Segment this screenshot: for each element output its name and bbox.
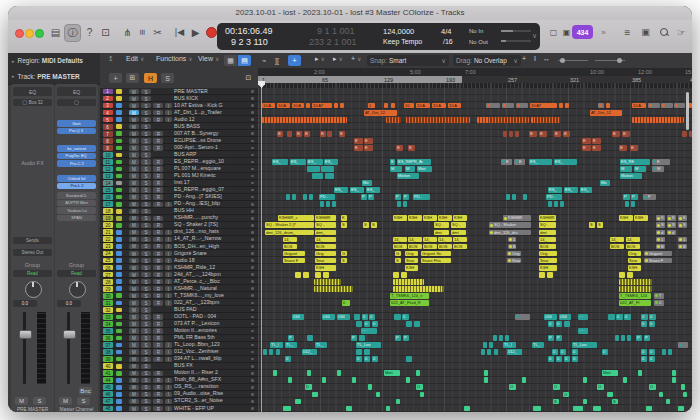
solo-button[interactable]: S [141, 187, 151, 192]
track-name[interactable]: BUS ARP [174, 151, 248, 157]
sends-label[interactable]: Sends [13, 237, 52, 244]
solo-button[interactable]: S [141, 399, 151, 404]
midi-region[interactable] [560, 201, 564, 207]
track-row[interactable]: 41MSRMotion II...- Riser 2 [100, 370, 258, 377]
mute-button[interactable]: M [129, 399, 139, 404]
plugin-slot[interactable]: ADPTR Metr [57, 200, 96, 207]
track-row[interactable]: 33MSROOTL - PAD - 004 [100, 313, 258, 320]
midi-region[interactable] [295, 272, 301, 278]
midi-region[interactable]: PD - [546, 194, 562, 200]
track-row[interactable]: 23MSRIBOS_DH...en_High [100, 243, 258, 250]
midi-region[interactable]: E [582, 145, 591, 151]
input-monitor-button[interactable]: I [165, 103, 172, 108]
midi-region[interactable] [683, 392, 687, 398]
midi-region[interactable]: BOS [283, 244, 297, 250]
midi-region[interactable]: 034 [559, 314, 571, 320]
track-name[interactable]: 10 AT Estiva - Kick G [174, 102, 248, 108]
midi-region[interactable]: M [405, 166, 415, 172]
midi-region[interactable]: dmt [451, 230, 466, 236]
volume-fader-track[interactable] [67, 312, 70, 384]
midi-region[interactable]: B [304, 131, 310, 137]
midi-region[interactable]: 0 [362, 314, 368, 320]
midi-region[interactable]: TL_Loo [572, 342, 597, 348]
midi-region[interactable]: T_TSMK6_124 [619, 293, 651, 299]
solo-button[interactable]: S [141, 342, 151, 347]
record-enable-button[interactable]: R [153, 279, 163, 284]
midi-region[interactable]: S [341, 222, 347, 228]
midi-region[interactable]: BOS [626, 244, 640, 250]
midi-region[interactable]: Mo [600, 180, 610, 186]
mute-button[interactable]: M [129, 307, 139, 312]
track-row[interactable]: 11MSRES_REPR...eggio_10 [100, 158, 258, 165]
midi-region[interactable]: P [368, 194, 374, 200]
track-name[interactable]: PL 007 M...ersquare [174, 165, 248, 171]
midi-region[interactable]: dmt_ [315, 230, 336, 236]
solo-button[interactable]: S [141, 307, 151, 312]
track-row[interactable]: 15MSRES_REPR...eggio_07 [100, 187, 258, 194]
solo-button[interactable]: S [141, 385, 151, 390]
midi-region[interactable] [312, 392, 318, 398]
mute-button[interactable]: M [129, 202, 139, 207]
midi-region[interactable] [619, 272, 625, 278]
midi-region[interactable]: PD - [413, 194, 430, 200]
midi-region[interactable]: O [649, 384, 656, 390]
midi-region[interactable]: S [363, 222, 369, 228]
midi-region[interactable] [376, 392, 380, 398]
hzoom-icon[interactable]: ↔ [543, 55, 550, 62]
midi-region[interactable] [672, 370, 676, 376]
track-row[interactable]: 16MSRPD - Ang...[7 SKIES] [100, 194, 258, 201]
solo-button[interactable]: S [141, 159, 151, 164]
midi-region[interactable]: 0 [649, 356, 655, 362]
track-zoom-icon[interactable]: ⊡ [242, 73, 255, 83]
input-slot[interactable]: ◯ [57, 99, 96, 106]
mute-button[interactable]: M [129, 265, 139, 270]
mute-button[interactable]: M [129, 406, 139, 411]
midi-region[interactable]: ES_ [272, 159, 288, 165]
midi-region[interactable]: d [656, 230, 665, 236]
midi-region[interactable] [502, 103, 514, 109]
plugin-slot[interactable]: SPAN [57, 215, 96, 222]
midi-region[interactable]: Mo [362, 180, 372, 186]
midi-region[interactable]: KSH [453, 215, 467, 221]
input-monitor-button[interactable]: I [165, 258, 172, 263]
midi-region[interactable] [283, 406, 291, 412]
midi-region[interactable]: SQ - [315, 222, 336, 228]
midi-region[interactable] [420, 392, 424, 398]
midi-region[interactable]: 0 [285, 356, 291, 362]
strip-mute-button[interactable]: M [59, 397, 72, 405]
track-row[interactable]: 22MSRI14_AT_R...-_Narrow [100, 236, 258, 243]
zoom-window-button[interactable] [35, 29, 44, 38]
midi-region[interactable]: ES_ [324, 159, 338, 165]
track-name[interactable]: BUS PAD [174, 306, 248, 312]
track-name[interactable]: PML FR Bass 5th [174, 335, 248, 341]
midi-region[interactable]: B [320, 131, 326, 137]
midi-region[interactable] [515, 314, 530, 320]
mute-button[interactable]: M [129, 131, 139, 136]
midi-region[interactable]: B [622, 131, 630, 137]
midi-region[interactable]: M [634, 166, 646, 172]
record-enable-button[interactable]: R [153, 244, 163, 249]
input-monitor-button[interactable]: I [165, 117, 172, 122]
record-enable-button[interactable]: R [153, 117, 163, 122]
midi-region[interactable] [393, 286, 444, 292]
track-row[interactable]: 46MSRI09_Audio...oise_Rise [100, 391, 258, 398]
midi-region[interactable]: 012_ [507, 349, 522, 355]
track-name[interactable]: dmt_126...rno_hats [174, 229, 248, 235]
midi-region[interactable]: 0 [548, 321, 554, 327]
midi-region[interactable]: 1 [678, 237, 687, 243]
midi-region[interactable] [477, 117, 529, 123]
strip-solo-button[interactable]: S [77, 397, 90, 405]
track-row[interactable]: 6MSBUS BASS [100, 123, 258, 130]
track-name[interactable]: Truth_88_A#m_SFX [174, 377, 248, 383]
midi-region[interactable] [494, 349, 498, 355]
solo-button[interactable]: S [141, 216, 151, 221]
plugin-slot[interactable]: Pro-Q 3 [57, 128, 96, 135]
input-monitor-button[interactable]: I [165, 357, 172, 362]
midi-region[interactable]: ES_ [554, 159, 577, 165]
command-tool-menu[interactable]: ▸ ∨ [333, 55, 343, 63]
track-row[interactable]: 5MSRIAudio 12 [100, 116, 258, 123]
midi-region[interactable]: KSH [423, 215, 437, 221]
midi-region[interactable] [484, 377, 488, 383]
track-name[interactable]: ES_REPR...eggio_10 [174, 158, 248, 164]
midi-region[interactable]: 14_ [283, 237, 297, 243]
